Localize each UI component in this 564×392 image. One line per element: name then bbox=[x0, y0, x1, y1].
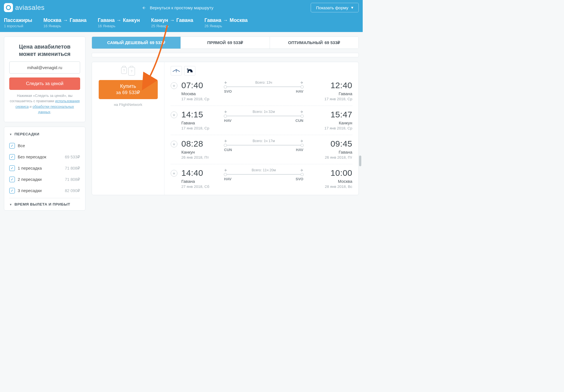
tab-optimal[interactable]: ОПТИМАЛЬНЫЙ69 533₽ bbox=[270, 37, 358, 49]
flight-segment: ★ 14:40 Гавана 27 янв 2018, Сб ✈Всего: 1… bbox=[171, 164, 352, 193]
subscribe-title: Цена авиабилетовможет измениться bbox=[9, 43, 80, 58]
arr-date: 17 янв 2018, Ср bbox=[310, 97, 352, 101]
landing-icon: ✈ bbox=[300, 168, 303, 172]
arr-time: 12:40 bbox=[310, 81, 352, 90]
filter-stops-title[interactable]: ▼ПЕРЕСАДКИ bbox=[9, 132, 80, 136]
duration: Всего: 13ч bbox=[227, 81, 300, 85]
takeoff-icon: ✈ bbox=[224, 110, 227, 114]
route-segment[interactable]: Гавана→Москва 26 Январь bbox=[204, 17, 247, 28]
route-segment[interactable]: Москва→Гавана 16 Январь bbox=[44, 17, 87, 28]
checkbox-icon: ✓ bbox=[9, 154, 15, 160]
pin-icon[interactable]: ★ bbox=[171, 111, 177, 118]
segments-column: ★ 07:40 Москва 17 янв 2018, Ср ✈Всего: 1… bbox=[164, 62, 358, 195]
pin-icon[interactable]: ★ bbox=[171, 170, 177, 177]
filter-time-title[interactable]: ▼ВРЕМЯ ВЫЛЕТА И ПРИБЫТ bbox=[9, 202, 80, 206]
pin-icon[interactable]: ★ bbox=[171, 82, 177, 89]
filter-row[interactable]: ✓ 1 пересадка 71 808₽ bbox=[9, 163, 80, 174]
result-card: ? ? Купить за 69 533₽ на FlightNetwork bbox=[92, 62, 359, 195]
dep-airport: SVO bbox=[224, 89, 232, 94]
airline-aeromexico-icon bbox=[184, 66, 195, 76]
checked-bag-icon: ? bbox=[128, 67, 135, 76]
landing-icon: ✈ bbox=[300, 110, 303, 114]
dep-city: Москва bbox=[181, 91, 217, 96]
privacy-link[interactable]: обработки персональных данных bbox=[33, 105, 74, 114]
main-area: САМЫЙ ДЕШЕВЫЙ69 533₽ ПРЯМОЙ69 533₽ ОПТИМ… bbox=[92, 37, 359, 195]
checkbox-icon: ✓ bbox=[9, 177, 15, 182]
search-progress bbox=[92, 53, 359, 57]
takeoff-icon: ✈ bbox=[224, 81, 227, 85]
subscribe-card: Цена авиабилетовможет измениться Следить… bbox=[4, 37, 85, 122]
email-field[interactable] bbox=[9, 61, 80, 74]
legal-text: Нажимая «Следить за ценой», вы соглашает… bbox=[9, 93, 80, 115]
buy-button[interactable]: Купить за 69 533₽ bbox=[99, 80, 158, 99]
filter-row[interactable]: ✓ 2 пересадки 71 808₽ bbox=[9, 174, 80, 185]
track-price-button[interactable]: Следить за ценой bbox=[9, 78, 80, 90]
tab-cheapest[interactable]: САМЫЙ ДЕШЕВЫЙ69 533₽ bbox=[92, 37, 181, 49]
arr-airport: HAV bbox=[296, 89, 303, 94]
chevron-down-icon: ▾ bbox=[351, 5, 353, 10]
pin-icon[interactable]: ★ bbox=[171, 141, 177, 147]
buy-column: ? ? Купить за 69 533₽ на FlightNetwork bbox=[92, 62, 164, 195]
content: Цена авиабилетовможет измениться Следить… bbox=[0, 32, 363, 215]
flight-segment: ★ 08:28 Канкун 26 янв 2018, Пт ✈Всего: 1… bbox=[171, 135, 352, 164]
filter-row[interactable]: ✓ Все bbox=[9, 140, 80, 151]
checkbox-icon: ✓ bbox=[9, 165, 15, 171]
airline-logos bbox=[171, 64, 352, 77]
gate-label: на FlightNetwork bbox=[96, 102, 160, 107]
checkbox-icon: ✓ bbox=[9, 188, 15, 193]
scrollbar-thumb[interactable] bbox=[359, 156, 361, 166]
dep-time: 07:40 bbox=[181, 81, 217, 90]
takeoff-icon: ✈ bbox=[224, 139, 227, 143]
route-segment[interactable]: Гавана→Канкун 16 Январь bbox=[98, 17, 140, 28]
filter-row[interactable]: ✓ 3 пересадки 82 090₽ bbox=[9, 185, 80, 196]
logo[interactable]: aviasales bbox=[4, 3, 45, 12]
header: aviasales Вернуться к простому маршруту … bbox=[0, 0, 363, 32]
route-segment[interactable]: Канкун→Гавана 25 Январь bbox=[151, 17, 193, 28]
flight-segment: ★ 14:15 Гавана 17 янв 2018, Ср ✈Всего: 1… bbox=[171, 106, 352, 135]
passengers-block[interactable]: Пассажиры 1 взрослый bbox=[4, 17, 32, 28]
route-bar: Пассажиры 1 взрослый Москва→Гавана 16 Ян… bbox=[0, 15, 363, 32]
landing-icon: ✈ bbox=[300, 139, 303, 143]
show-form-button[interactable]: Показать форму ▾ bbox=[311, 3, 359, 12]
checkbox-icon: ✓ bbox=[9, 143, 15, 149]
triangle-down-icon: ▼ bbox=[9, 133, 12, 136]
sidebar: Цена авиабилетовможет измениться Следить… bbox=[4, 37, 85, 211]
dep-date: 17 янв 2018, Ср bbox=[181, 97, 217, 101]
filters-card: ▼ПЕРЕСАДКИ ✓ Все ✓ Без пересадок 69 533₽… bbox=[4, 127, 85, 211]
sort-tabs: САМЫЙ ДЕШЕВЫЙ69 533₽ ПРЯМОЙ69 533₽ ОПТИМ… bbox=[92, 37, 359, 49]
triangle-down-icon: ▼ bbox=[9, 203, 12, 206]
route-line bbox=[224, 86, 303, 87]
landing-icon: ✈ bbox=[300, 81, 303, 85]
filter-row[interactable]: ✓ Без пересадок 69 533₽ bbox=[9, 151, 80, 163]
brand-name: aviasales bbox=[15, 4, 45, 12]
simple-route-link[interactable]: Вернуться к простому маршруту bbox=[45, 5, 311, 10]
logo-icon bbox=[4, 3, 13, 12]
cabin-bag-icon: ? bbox=[121, 67, 127, 74]
airline-aeroflot-icon bbox=[171, 66, 182, 76]
flight-segment: ★ 07:40 Москва 17 янв 2018, Ср ✈Всего: 1… bbox=[171, 77, 352, 106]
tab-direct[interactable]: ПРЯМОЙ69 533₽ bbox=[181, 37, 270, 49]
arr-city: Гавана bbox=[310, 91, 352, 96]
takeoff-icon: ✈ bbox=[224, 168, 227, 172]
